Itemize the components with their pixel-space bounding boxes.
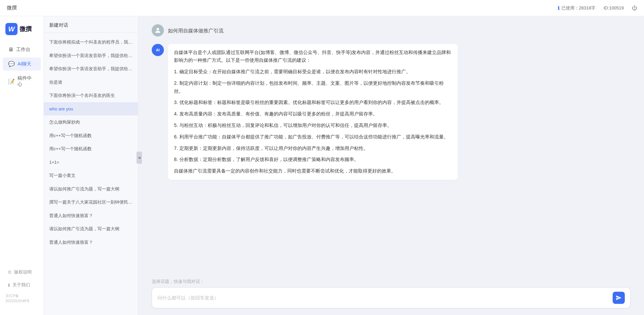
nav-item-ai-chat[interactable]: 💬 AI聊天 xyxy=(3,57,41,71)
about-icon: ℹ xyxy=(8,283,10,288)
topbar: 微撰 ℹ 已使用：28318字 ID:100519 ⏻ xyxy=(0,0,644,16)
logo-area: W 微撰 xyxy=(0,23,43,43)
chat-area: 如何用自媒体做推广引流 AI 自媒体平台是个人或团队通过互联网平台(如博客、微博… xyxy=(138,16,644,315)
send-button[interactable] xyxy=(613,292,625,304)
ai-avatar: AI xyxy=(152,44,164,56)
svg-point-0 xyxy=(156,28,159,30)
nav-bottom: © 版权说明 ℹ 关于我们 京ICP备2022019348号 xyxy=(0,266,43,308)
topbar-right: ℹ 已使用：28318字 ID:100519 ⏻ xyxy=(558,5,637,11)
logo-text: 微撰 xyxy=(20,25,32,33)
sidebar-item[interactable]: 普通人如何快速致富？ xyxy=(44,236,138,249)
sidebar-item[interactable]: 希望你扮演一个英语发音助手，我提供给你... xyxy=(44,62,138,76)
topbar-usage: ℹ 已使用：28318字 xyxy=(558,5,595,11)
sidebar-list: 下面你将模拟成一个叫圣友的程序员，我说... 希望你扮演一个英语发音助手，我提供… xyxy=(44,33,138,315)
nav-label-about: 关于我们 xyxy=(12,282,30,288)
user-avatar xyxy=(152,24,164,36)
chat-messages: 如何用自媒体做推广引流 AI 自媒体平台是个人或团队通过互联网平台(如博客、微博… xyxy=(138,16,644,276)
ai-para-1: 1. 确定目标受众：在开始自媒体推广引流之前，需要明确目标受众是谁，以便在发布内… xyxy=(174,68,452,76)
sidebar-item[interactable]: 撰写一篇关于八大家花园社区一刻钟便民生... xyxy=(44,195,138,209)
input-box-wrapper xyxy=(152,287,631,308)
sidebar-header[interactable]: 新建对话 xyxy=(44,16,138,33)
topbar-title: 微撰 xyxy=(7,5,558,11)
send-icon xyxy=(616,295,622,301)
usage-text: 已使用：28318字 xyxy=(561,5,595,11)
nav-item-draft[interactable]: 📝 稿件中心 xyxy=(3,72,41,91)
sidebar-item[interactable]: 1+1= xyxy=(44,156,138,169)
nav-label-ai-chat: AI聊天 xyxy=(18,61,31,67)
power-icon[interactable]: ⏻ xyxy=(632,5,637,11)
sidebar-item[interactable]: 普通人如何快速致富？ xyxy=(44,209,138,222)
left-nav: W 微撰 🖥 工作台 💬 AI聊天 📝 稿件中心 © 版权说明 ℹ xyxy=(0,16,44,315)
ai-para-5: 5. 与粉丝互动：积极与粉丝互动，回复评论和私信，可以增加用户对你的认可和信任，… xyxy=(174,122,452,130)
nav-label-copyright: 版权说明 xyxy=(14,269,32,275)
sidebar-item[interactable]: 请以如何推广引流为题，写一篇大纲 xyxy=(44,182,138,196)
topbar-id: ID:100519 xyxy=(604,5,624,10)
nav-copyright[interactable]: © 版权说明 xyxy=(3,266,41,278)
ai-para-6: 6. 利用平台推广功能：自媒体平台都提供了推广功能，如广告投放、付费推广等，可以… xyxy=(174,133,452,141)
sidebar-item[interactable]: 下面你将扮演一个名叫圣友的医生 xyxy=(44,89,138,102)
ai-para-3: 3. 优化标题和标签：标题和标签是吸引粉丝的重要因素。优化标题和标签可以让更多的… xyxy=(174,99,452,107)
ai-para-2: 2. 制定内容计划：制定一份详细的内容计划，包括发布时间、频率、主题、文案、图片… xyxy=(174,79,452,96)
sidebar: 新建对话 下面你将模拟成一个叫圣友的程序员，我说... 希望你扮演一个英语发音助… xyxy=(44,16,138,315)
main-layout: W 微撰 🖥 工作台 💬 AI聊天 📝 稿件中心 © 版权说明 ℹ xyxy=(0,16,644,315)
ai-para-7: 7. 定期更新：定期更新内容，保持活跃度，可以让用户对你的内容产生兴趣，增加用户… xyxy=(174,145,452,153)
sidebar-item[interactable]: 你是谁 xyxy=(44,76,138,89)
chat-input[interactable] xyxy=(157,294,609,302)
nav-item-workbench[interactable]: 🖥 工作台 xyxy=(3,43,41,56)
sidebar-collapse-button[interactable]: ◀ xyxy=(137,152,142,164)
workbench-icon: 🖥 xyxy=(8,47,13,53)
sidebar-item[interactable]: 用c++写一个随机函数 xyxy=(44,129,138,142)
icp-text: 京ICP备2022019348号 xyxy=(0,292,43,305)
user-message-row: 如何用自媒体做推广引流 xyxy=(152,24,631,37)
sidebar-item[interactable]: 希望你扮演一个英语发音助手，我提供给你... xyxy=(44,49,138,62)
sidebar-item[interactable]: 请以如何推广引流为题，写一篇大纲 xyxy=(44,222,138,236)
ai-message-row: AI 自媒体平台是个人或团队通过互联网平台(如博客、微博、微信公众号、抖音、快手… xyxy=(152,44,631,180)
user-message-bubble: 如何用自媒体做推广引流 xyxy=(168,24,224,37)
nav-label-workbench: 工作台 xyxy=(16,47,30,53)
sidebar-item[interactable]: 怎么做狗屎炒肉 xyxy=(44,115,138,129)
nav-about[interactable]: ℹ 关于我们 xyxy=(3,279,41,291)
ai-para-8: 8. 分析数据：定期分析数据，了解用户反馈和喜好，以便调整推广策略和内容发布频率… xyxy=(174,156,452,164)
nav-items: 🖥 工作台 💬 AI聊天 📝 稿件中心 xyxy=(0,43,43,266)
ai-para-9: 自媒体推广引流需要具备一定的内容创作和社交能力，同时也需要不断尝试和优化，才能取… xyxy=(174,167,452,175)
ai-para-4: 4. 发布高质量内容：发布高质量、有价值、有趣的内容可以吸引更多的粉丝，并提高用… xyxy=(174,110,452,118)
sidebar-item[interactable]: 用c++写一个随机函数 xyxy=(44,142,138,156)
info-icon: ℹ xyxy=(558,5,559,11)
sidebar-item[interactable]: 写一篇小黄文 xyxy=(44,169,138,182)
nav-label-draft: 稿件中心 xyxy=(18,75,35,87)
sidebar-item[interactable]: 下面你将模拟成一个叫圣友的程序员，我说... xyxy=(44,35,138,49)
chat-input-area: 选择话题，快速与我对话： xyxy=(138,276,644,315)
sidebar-item-who-are-you[interactable]: who are you xyxy=(44,102,138,116)
ai-message-bubble: 自媒体平台是个人或团队通过互联网平台(如博客、微博、微信公众号、抖音、快手等)发… xyxy=(168,44,458,180)
quick-topics-label: 选择话题，快速与我对话： xyxy=(152,279,631,285)
copyright-icon: © xyxy=(8,270,11,275)
chat-icon: 💬 xyxy=(8,61,15,67)
draft-icon: 📝 xyxy=(8,78,15,85)
logo-w-icon: W xyxy=(5,23,18,35)
ai-para-0: 自媒体平台是个人或团队通过互联网平台(如博客、微博、微信公众号、抖音、快手等)发… xyxy=(174,49,452,65)
